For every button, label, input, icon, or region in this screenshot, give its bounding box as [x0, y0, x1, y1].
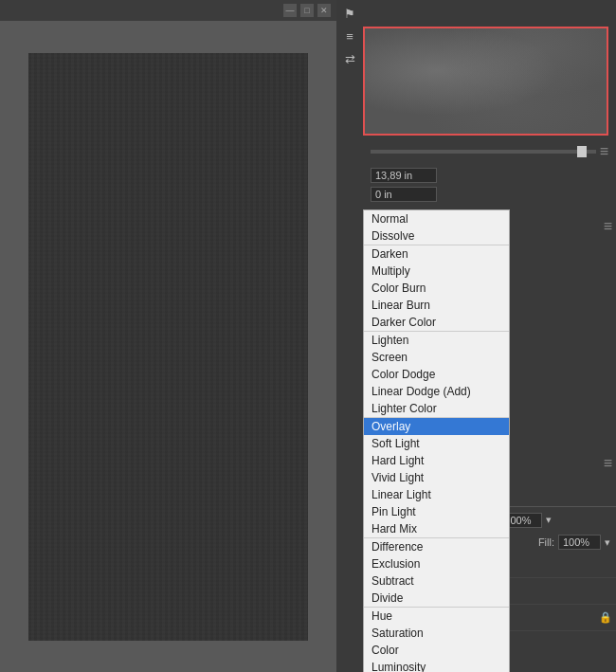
blend-item-linearburn[interactable]: Linear Burn: [364, 297, 509, 314]
blend-item-lineardodge[interactable]: Linear Dodge (Add): [364, 383, 509, 400]
blend-item-darkercolor[interactable]: Darker Color: [364, 314, 509, 331]
properties-section: 13,89 in 0 in: [363, 164, 616, 209]
right-panel: ⚑ ≡ ⇄ ≡ 13,89 in 0 in: [336, 0, 616, 672]
blend-group-normal: Normal Dissolve: [364, 210, 509, 245]
blend-item-color[interactable]: Color: [364, 642, 509, 659]
blend-item-dissolve[interactable]: Dissolve: [364, 227, 509, 245]
layers-icon[interactable]: ⚑: [341, 5, 358, 22]
blend-item-lightercolor[interactable]: Lighter Color: [364, 400, 509, 417]
height-row: 0 in: [371, 187, 608, 202]
blend-mode-dropdown: Normal Dissolve Darken Multiply Color Bu…: [363, 209, 510, 672]
fill-arrow: ▾: [605, 536, 610, 549]
blend-item-subtract[interactable]: Subtract: [364, 572, 509, 590]
toolbar-icons: ⚑ ≡ ⇄: [341, 5, 358, 67]
blend-item-exclusion[interactable]: Exclusion: [364, 555, 509, 572]
preview-thumbnail: [363, 27, 608, 136]
blend-item-screen[interactable]: Screen: [364, 349, 509, 366]
opacity-arrow: ▾: [546, 514, 552, 526]
blend-group-darken: Darken Multiply Color Burn Linear Burn D…: [364, 245, 509, 332]
blend-item-pinlight[interactable]: Pin Light: [364, 503, 509, 520]
blend-group-lighten: Lighten Screen Color Dodge Linear Dodge …: [364, 332, 509, 418]
right-panel-menu-icon[interactable]: ≡: [604, 218, 612, 235]
width-row: 13,89 in: [371, 168, 608, 183]
blend-item-hardlight[interactable]: Hard Light: [364, 452, 509, 469]
height-value: 0 in: [371, 187, 437, 202]
width-value: 13,89 in: [371, 168, 437, 183]
canvas-texture: [28, 53, 308, 641]
preview-texture-bg: [365, 28, 607, 134]
blend-item-difference[interactable]: Difference: [364, 538, 509, 555]
right-panel-menu-icon2[interactable]: ≡: [604, 455, 612, 472]
blend-group-hue: Hue Saturation Color Luminosity: [364, 608, 509, 672]
blend-item-luminosity[interactable]: Luminosity: [364, 659, 509, 672]
blend-item-hardmix[interactable]: Hard Mix: [364, 520, 509, 537]
maximize-button[interactable]: □: [300, 4, 314, 17]
layer-lock-icon: 🔒: [599, 611, 612, 624]
blend-item-overlay[interactable]: Overlay: [364, 418, 509, 435]
slider-track[interactable]: [371, 150, 596, 154]
slider-thumb[interactable]: [577, 146, 587, 157]
fill-input[interactable]: 100%: [558, 535, 601, 550]
canvas-area: — □ ✕: [0, 0, 336, 672]
blend-item-softlight[interactable]: Soft Light: [364, 435, 509, 452]
blend-item-multiply[interactable]: Multiply: [364, 263, 509, 280]
blend-item-hue[interactable]: Hue: [364, 608, 509, 625]
blend-item-linearlight[interactable]: Linear Light: [364, 486, 509, 503]
blend-item-normal[interactable]: Normal: [364, 210, 509, 227]
minimize-button[interactable]: —: [283, 4, 297, 17]
canvas-content: [0, 21, 336, 672]
blend-group-overlay: Overlay Soft Light Hard Light Vivid Ligh…: [364, 418, 509, 538]
fill-label: Fill:: [538, 536, 554, 548]
blend-group-difference: Difference Exclusion Subtract Divide: [364, 538, 509, 608]
blend-item-saturation[interactable]: Saturation: [364, 625, 509, 642]
blend-item-colorburn[interactable]: Color Burn: [364, 280, 509, 297]
blend-item-darken[interactable]: Darken: [364, 245, 509, 263]
blend-item-vividlight[interactable]: Vivid Light: [364, 469, 509, 486]
blend-item-colordodge[interactable]: Color Dodge: [364, 366, 509, 383]
canvas-titlebar: — □ ✕: [0, 0, 336, 21]
panel-menu-icon[interactable]: ≡: [600, 143, 608, 160]
fill-row: Fill: 100% ▾: [538, 535, 610, 550]
canvas-image: [28, 53, 308, 641]
blend-item-divide[interactable]: Divide: [364, 590, 509, 607]
adjust-icon[interactable]: ≡: [341, 27, 358, 45]
blend-item-lighten[interactable]: Lighten: [364, 332, 509, 349]
app-container: — □ ✕ ⚑ ≡ ⇄ ≡: [0, 0, 616, 672]
slider-row: ≡: [363, 139, 616, 164]
close-button[interactable]: ✕: [317, 4, 331, 17]
swap-icon[interactable]: ⇄: [341, 50, 358, 67]
